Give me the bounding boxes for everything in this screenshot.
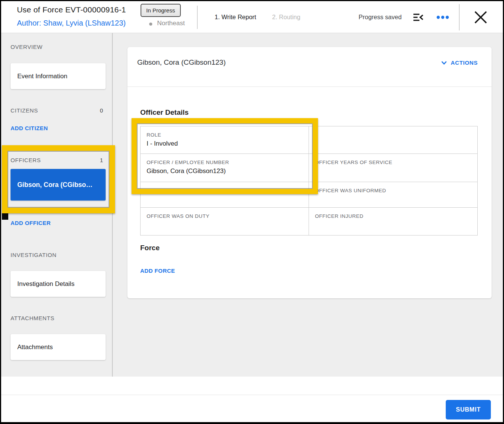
chevron-down-icon <box>441 61 447 65</box>
officer-details-heading: Officer Details <box>140 108 189 117</box>
submit-button[interactable]: SUBMIT <box>446 400 491 419</box>
field-officer-injured[interactable]: OFFICER INJURED <box>309 208 478 236</box>
bullet-separator-icon <box>149 23 152 26</box>
sidebar-section-attachments: ATTACHMENTS <box>11 315 54 321</box>
header-divider <box>197 6 198 29</box>
step-write-report[interactable]: 1. Write Report <box>215 14 256 21</box>
field-officer-employee-number[interactable]: OFFICER / EMPLOYEE NUMBER Gibson, Cora (… <box>141 154 309 182</box>
report-sidebar: OVERVIEW Event Information CITIZENS 0 AD… <box>1 33 113 377</box>
add-force-button[interactable]: ADD FORCE <box>140 267 175 274</box>
field-officer-was-on-duty[interactable]: OFFICER WAS ON DUTY <box>141 208 309 236</box>
collapse-panel-icon[interactable] <box>413 13 424 22</box>
add-officer-button[interactable]: ADD OFFICER <box>11 220 51 226</box>
footer-divider <box>1 395 503 395</box>
modal-footer <box>1 377 503 422</box>
actions-button[interactable]: ACTIONS <box>441 59 478 66</box>
sidebar-item-event-information[interactable]: Event Information <box>11 63 106 89</box>
status-badge: In Progress <box>141 4 181 17</box>
sidebar-item-officer-gibson[interactable]: Gibson, Cora (CGibso… <box>11 169 106 201</box>
header-divider-right <box>459 4 460 30</box>
step-routing: 2. Routing <box>272 14 300 21</box>
sidebar-item-attachments[interactable]: Attachments <box>11 334 106 360</box>
force-heading: Force <box>140 244 160 252</box>
officer-details-table: ROLE I - Involved OFFICER / EMPLOYEE NUM… <box>140 126 478 236</box>
modal-header: Use of Force EVT-00000916-1 In Progress … <box>1 1 503 33</box>
region-label: Northeast <box>157 20 185 27</box>
sidebar-item-investigation-details[interactable]: Investigation Details <box>11 271 106 297</box>
sidebar-section-overview: OVERVIEW <box>11 44 42 50</box>
more-options-icon[interactable] <box>436 15 449 20</box>
field-role[interactable]: ROLE I - Involved <box>141 126 309 154</box>
record-title: Gibson, Cora (CGibson123) <box>137 58 226 67</box>
author-link[interactable]: Author: Shaw, Lyvia (LShaw123) <box>17 19 126 27</box>
field-officer-was-uniformed[interactable]: OFFICER WAS UNIFORMED <box>309 182 478 208</box>
progress-saved-label: Progress saved <box>359 14 402 21</box>
page-title: Use of Force EVT-00000916-1 <box>17 5 126 14</box>
officer-record-card: Gibson, Cora (CGibson123) ACTIONS Office… <box>127 47 492 298</box>
citizens-count-badge: 0 <box>100 107 103 114</box>
sidebar-section-investigation: INVESTIGATION <box>11 252 57 258</box>
field-officer-identifiable[interactable]: OFFICER IDENTIFIABLE <box>141 182 309 208</box>
field-officer-years-of-service[interactable]: OFFICER YEARS OF SERVICE <box>309 154 478 182</box>
add-citizen-button[interactable]: ADD CITIZEN <box>11 125 48 131</box>
use-of-force-modal: Use of Force EVT-00000916-1 In Progress … <box>0 0 504 424</box>
officers-count-badge: 1 <box>100 157 103 163</box>
sidebar-section-citizens: CITIZENS <box>11 107 38 114</box>
actions-label: ACTIONS <box>451 59 478 66</box>
card-divider <box>127 87 492 87</box>
sidebar-section-officers: OFFICERS <box>11 157 41 163</box>
close-icon[interactable] <box>473 9 490 26</box>
field-empty[interactable] <box>309 126 478 154</box>
